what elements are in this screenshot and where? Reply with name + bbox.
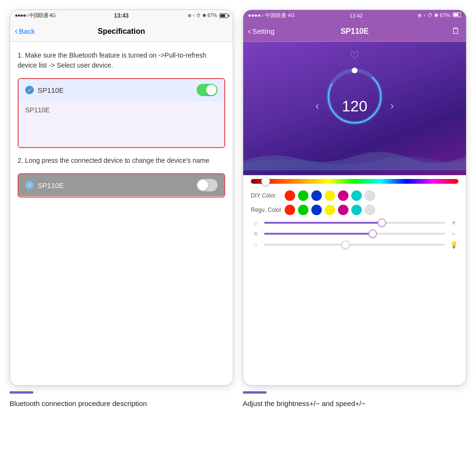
regu-label: Regu. Color: [251, 207, 282, 213]
left-caption-block: Bluetooth connection procedure descripti…: [10, 391, 233, 408]
regu-color-section: Regu. Color: [251, 205, 458, 215]
color-slider-section: [243, 175, 466, 186]
left-status-bar: ●●●●○ 中国联通 4G 13:43 ⊕ ↑ ⏱ ✱ 67%: [10, 10, 233, 21]
regu-color-green[interactable]: [298, 205, 308, 215]
diy-label: DIY Color: [251, 192, 282, 199]
diy-color-section: DIY Color: [251, 190, 458, 201]
toggle-thumb-1: [206, 85, 217, 95]
color-bar[interactable]: [251, 179, 458, 184]
diy-color-green[interactable]: [298, 190, 308, 201]
right-phone: ●●●●○ 中国联通 4G 13:42 ⊕ ↑ ⏱ ✱ 67% ‹ Settin…: [243, 10, 466, 386]
speed-slider-row: ≋ ≈: [251, 230, 458, 237]
right-nav-title: SP110E: [341, 27, 369, 36]
speed-max-icon: ≈: [449, 230, 458, 237]
device-name-wrap-2: ✓ SP110E: [25, 181, 64, 189]
bpm-value: 120: [342, 98, 367, 115]
left-caption-bar: [10, 391, 33, 394]
right-caption-bar: [243, 391, 267, 394]
left-icons: ⊕ ↑ ⏱ ✱ 67%: [188, 13, 228, 18]
diy-color-pink[interactable]: [338, 190, 348, 201]
speed-thumb[interactable]: [368, 229, 377, 238]
brightness-track[interactable]: [264, 222, 445, 224]
brightness-thumb[interactable]: [377, 218, 386, 227]
prev-arrow[interactable]: ‹: [316, 100, 319, 112]
diy-color-yellow[interactable]: [325, 190, 335, 201]
brightness-max-icon: ☀: [449, 219, 458, 227]
right-caption-block: Adjust the brightness+/− and speed+/−: [243, 391, 466, 408]
light-slider-row: ○ 💡: [251, 241, 458, 248]
step2-text: 2. Long press the connected device to ch…: [18, 156, 225, 166]
step1-text: 1. Make sure the Bluetooth feature is tu…: [18, 50, 225, 70]
speed-min-icon: ≋: [251, 230, 260, 237]
toggle-2[interactable]: [197, 179, 218, 191]
regu-color-yellow[interactable]: [325, 205, 335, 215]
brightness-fill: [264, 222, 382, 224]
svg-point-2: [352, 68, 357, 73]
right-time: 13:42: [349, 13, 363, 19]
device-name-1: SP110E: [38, 86, 64, 94]
regu-color-blue[interactable]: [311, 205, 322, 215]
light-track[interactable]: [264, 244, 445, 246]
chevron-left-right-icon: ‹: [248, 26, 251, 36]
heart-icon: ♡: [350, 50, 359, 62]
back-button[interactable]: ‹ Back: [15, 26, 35, 36]
color-thumb[interactable]: [261, 177, 270, 186]
device-row-selected[interactable]: ✓ SP110E: [19, 79, 224, 101]
toggle-thumb-2: [198, 180, 208, 190]
check-icon-1: ✓: [25, 86, 34, 94]
bpm-display: 120: [328, 80, 381, 132]
left-phone: ●●●●○ 中国联通 4G 13:43 ⊕ ↑ ⏱ ✱ 67% ‹ Back S…: [10, 10, 233, 386]
wave-decoration: [243, 142, 466, 170]
document-icon[interactable]: 🗒: [452, 26, 460, 36]
regu-color-red[interactable]: [285, 205, 295, 215]
left-time: 13:43: [114, 12, 129, 19]
diy-color-cyan[interactable]: [351, 190, 362, 201]
regu-color-cyan[interactable]: [351, 205, 362, 215]
battery-icon: [219, 13, 228, 18]
left-signal: ●●●●○ 中国联通 4G: [15, 12, 55, 19]
left-nav-title: Specification: [98, 27, 145, 36]
diy-color-white[interactable]: [365, 190, 375, 201]
right-nav-bar: ‹ Setting SP110E 🗒: [243, 21, 466, 42]
right-battery-icon: [453, 12, 461, 17]
left-caption-text: Bluetooth connection procedure descripti…: [10, 398, 147, 408]
bpm-area: ♡ /* ticks rendered via CSS below */ ‹ 1…: [243, 42, 466, 175]
brightness-slider-row: ☼ ☀: [251, 219, 458, 227]
device-row-dimmed[interactable]: ✓ SP110E: [19, 174, 224, 197]
device-name-3: SP110E: [38, 181, 64, 189]
device-card-2: ✓ SP110E: [18, 173, 225, 198]
light-max-icon: 💡: [449, 241, 458, 248]
right-icons: ⊕ ↑ ⏱ ✱ 67%: [417, 12, 461, 19]
next-arrow[interactable]: ›: [390, 100, 394, 112]
brightness-min-icon: ☼: [251, 219, 260, 227]
right-status-bar: ●●●●○ 中国联通 4G 13:42 ⊕ ↑ ⏱ ✱ 67%: [243, 10, 466, 21]
left-nav-bar: ‹ Back Specification: [10, 21, 233, 42]
diy-color-red[interactable]: [285, 190, 295, 201]
control-area: DIY Color Regu. Color: [243, 186, 466, 248]
check-icon-2: ✓: [25, 181, 34, 189]
speed-track[interactable]: [264, 233, 445, 235]
speed-fill: [264, 233, 373, 235]
chevron-left-icon: ‹: [15, 26, 18, 36]
device-name-wrap-1: ✓ SP110E: [25, 86, 64, 94]
right-caption-text: Adjust the brightness+/− and speed+/−: [243, 398, 366, 408]
setting-back-label: Setting: [252, 27, 275, 35]
device-card-1: ✓ SP110E SP110E: [18, 78, 225, 148]
captions-row: Bluetooth connection procedure descripti…: [0, 391, 476, 408]
device-list-empty: [19, 119, 224, 147]
device-list-item-1[interactable]: SP110E: [19, 101, 224, 119]
light-thumb[interactable]: [341, 240, 350, 249]
light-fill: [264, 244, 346, 246]
back-label: Back: [19, 27, 35, 35]
regu-color-pink[interactable]: [338, 205, 348, 215]
left-phone-content: 1. Make sure the Bluetooth feature is tu…: [10, 42, 233, 386]
regu-color-white[interactable]: [365, 205, 375, 215]
diy-color-blue[interactable]: [311, 190, 322, 201]
setting-back-button[interactable]: ‹ Setting: [248, 26, 275, 36]
right-signal: ●●●●○ 中国联通 4G: [248, 12, 295, 19]
light-min-icon: ○: [251, 241, 260, 248]
toggle-1[interactable]: [197, 84, 218, 96]
device-name-2: SP110E: [25, 106, 50, 114]
